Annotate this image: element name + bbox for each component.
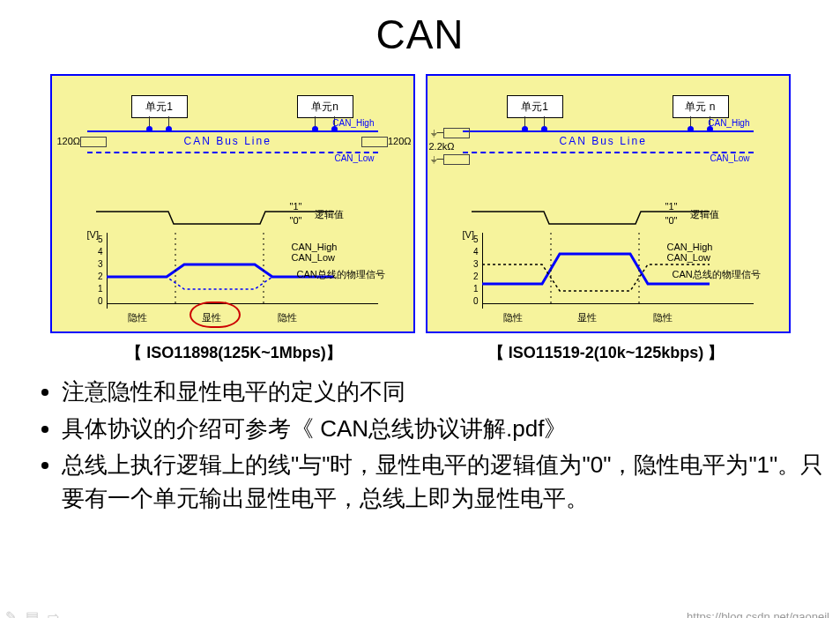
ch-low: CAN_Low [667, 252, 711, 263]
can-high-label: CAN_High [708, 118, 749, 128]
logic-hi: "1" [290, 201, 302, 212]
terminator-left: 120Ω [57, 136, 108, 147]
xlabel-recessive: 隐性 [128, 311, 147, 324]
pencil-icon[interactable]: ✎ [5, 608, 17, 618]
phy-label: CAN总线的物理信号 [297, 268, 385, 281]
red-annotation [190, 302, 241, 328]
ch-low: CAN_Low [292, 252, 336, 263]
panel-iso11898: 单元1 单元n CAN_High CAN_Low CAN Bus Line 12… [50, 74, 415, 333]
can-high-label: CAN_High [332, 118, 374, 128]
bus-line-label: CAN Bus Line [560, 135, 647, 147]
next-arrow-icon[interactable]: ⇨ [48, 608, 59, 618]
caption-right: 【 ISO11519-2(10k~125kbps) 】 [426, 342, 787, 363]
notes-icon[interactable]: ▤ [26, 608, 39, 618]
can-low-label: CAN_Low [710, 153, 749, 163]
page-title: CAN [0, 11, 840, 58]
can-low-label: CAN_Low [334, 153, 374, 163]
xlabel-recessive: 隐性 [503, 311, 523, 324]
unit-box-n: 单元 n [673, 95, 729, 118]
xlabel-recessive2: 隐性 [278, 311, 297, 324]
xlabel-recessive2: 隐性 [653, 311, 673, 324]
caption-left: 【 ISO11898(125K~1Mbps)】 [54, 342, 415, 363]
terminator-left2: ⏚─ [431, 153, 471, 165]
watermark: https://blog.csdn.net/gaoneil [687, 610, 829, 618]
bullet-list: 注意隐性和显性电平的定义的不同 具体协议的介绍可参考《 CAN总线协议讲解.pd… [0, 376, 840, 516]
unit-box-1: 单元1 [131, 95, 188, 118]
bullet-item: 注意隐性和显性电平的定义的不同 [62, 376, 840, 409]
diagram-row: 单元1 单元n CAN_High CAN_Low CAN Bus Line 12… [0, 74, 840, 333]
bullet-item: 总线上执行逻辑上的线"与"时，显性电平的逻辑值为"0"，隐性电平为"1"。只要有… [62, 449, 840, 515]
unit-box-n: 单元n [297, 95, 353, 118]
slide-toolbar: ✎ ▤ ⇨ [5, 608, 59, 618]
ch-high: CAN_High [667, 242, 713, 252]
bullet-item: 具体协议的介绍可参考《 CAN总线协议讲解.pdf》 [62, 413, 840, 446]
bus-line-label: CAN Bus Line [184, 135, 271, 147]
terminator-left: ⏚─ [431, 127, 471, 138]
logic-label: 逻辑值 [690, 208, 719, 221]
terminator-right: 120Ω [361, 136, 412, 147]
terminator-left-val: 2.2kΩ [429, 141, 455, 152]
logic-label: 逻辑值 [315, 208, 344, 221]
logic-hi: "1" [665, 201, 678, 212]
panel-iso11519: 单元1 单元 n CAN_High CAN_Low CAN Bus Line ⏚… [426, 74, 791, 333]
xlabel-dominant: 显性 [577, 311, 597, 324]
ch-high: CAN_High [292, 242, 338, 252]
logic-lo: "0" [290, 215, 302, 226]
phy-label: CAN总线的物理信号 [673, 268, 761, 281]
caption-row: 【 ISO11898(125K~1Mbps)】 【 ISO11519-2(10k… [0, 333, 840, 363]
unit-box-1: 单元1 [507, 95, 563, 118]
logic-lo: "0" [665, 215, 678, 226]
